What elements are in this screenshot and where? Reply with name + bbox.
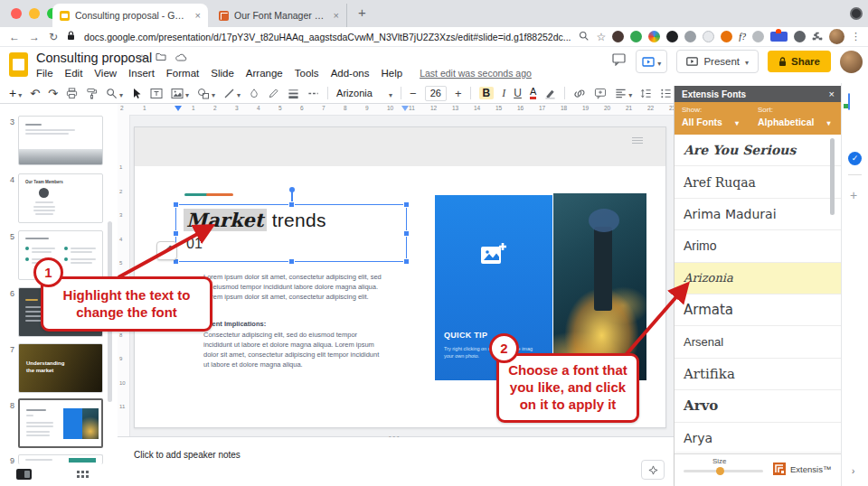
insert-comment-icon[interactable] [594,88,607,99]
insert-image-icon[interactable] [171,85,189,101]
camera-extension-icon[interactable] [752,31,764,42]
last-edit-status[interactable]: Last edit was seconds ago [420,68,532,79]
speaker-notes-area[interactable]: Click to add speaker notes [118,437,674,486]
font-list-item[interactable]: Aref Ruqaa [675,166,842,198]
show-dropdown[interactable]: All Fonts [682,117,739,127]
decrease-font-size-button[interactable]: − [410,87,417,100]
extension-icon[interactable] [684,31,696,42]
font-list-item[interactable]: Arya [675,423,842,454]
undo-icon[interactable]: ↶ [30,87,40,100]
underline-button[interactable]: U [514,87,522,99]
body-paragraph-2[interactable]: Consectetur adipiscing elit, sed do eius… [203,330,382,369]
tab-font-manager[interactable]: Our Font Manager Software | E × [212,4,347,27]
add-addon-icon[interactable] [850,188,857,202]
font-list-item[interactable]: Artifika [675,359,842,390]
document-title[interactable]: Consulting proposal [36,51,152,65]
insert-shape-icon[interactable] [197,85,215,101]
resize-handle[interactable] [403,201,410,208]
slide-thumbnail-3[interactable] [18,116,103,165]
tasks-icon[interactable] [848,152,862,165]
calendar-icon[interactable] [848,93,850,110]
resize-handle[interactable] [288,258,295,265]
title-text-box-selected[interactable]: Market trends 01 [175,204,407,262]
comment-history-icon[interactable] [612,53,627,70]
bold-button[interactable]: B [479,87,495,99]
extension-icon[interactable] [612,31,624,42]
indent-marker[interactable] [175,106,182,111]
client-implications-heading[interactable]: Client Implications: [203,319,382,329]
slide-title-number[interactable]: 01 [186,236,203,252]
print-icon[interactable] [66,88,78,99]
close-tab-icon[interactable]: × [195,10,201,21]
collapse-side-panel-icon[interactable] [852,466,854,476]
new-slide-button[interactable]: + [9,85,22,101]
fill-color-icon[interactable] [249,88,259,99]
chevron-down-icon[interactable] [212,85,215,101]
insert-line-icon[interactable] [223,85,241,101]
close-panel-icon[interactable] [829,89,835,99]
new-tab-button[interactable] [358,5,366,20]
filmstrip-view-icon[interactable] [16,469,32,480]
close-window-button[interactable] [11,8,22,19]
text-color-button[interactable]: A [530,87,536,99]
menu-slide[interactable]: Slide [211,68,234,79]
close-tab-icon[interactable]: × [334,10,339,21]
extension-icon[interactable] [666,31,678,42]
border-dash-icon[interactable] [307,88,319,99]
font-list-item[interactable]: Arsenal [675,326,842,358]
font-size-slider[interactable] [684,470,763,472]
resize-handle[interactable] [173,230,179,237]
slides-app-icon[interactable] [9,52,28,77]
extension-icon[interactable] [721,31,732,42]
highlight-color-icon[interactable] [544,88,556,99]
font-list-item[interactable]: Armata [675,294,842,326]
slide-thumbnail-8-selected[interactable] [18,398,103,448]
extension-icon[interactable] [648,31,660,42]
extension-icon[interactable] [630,31,642,42]
reddit-extension-icon[interactable] [770,32,788,42]
account-avatar[interactable] [840,51,863,73]
align-icon[interactable] [615,85,632,101]
reload-icon[interactable]: ↻ [49,31,58,43]
slide-thumbnail-9[interactable] [18,454,103,464]
extensions-puzzle-icon[interactable] [812,29,823,45]
cloud-status-icon[interactable] [175,52,187,64]
font-size-value[interactable]: 26 [425,86,447,101]
highlighted-script-text[interactable]: Market [184,209,267,231]
increase-font-size-button[interactable]: + [455,87,462,100]
chevron-down-icon[interactable] [119,85,123,101]
italic-button[interactable]: I [502,87,505,100]
explore-button[interactable] [641,460,665,480]
chevron-down-icon[interactable] [185,85,189,101]
industrial-photo[interactable] [553,193,646,380]
paint-format-icon[interactable] [86,88,98,99]
text-box-icon[interactable] [150,88,163,99]
window-controls[interactable] [11,8,58,19]
speaker-notes-placeholder[interactable]: Click to add speaker notes [134,450,241,460]
grid-view-icon[interactable] [76,470,89,479]
menu-view[interactable]: View [94,68,117,79]
border-color-icon[interactable] [268,88,279,99]
slide-thumbnail-4[interactable]: Our Team Members [18,173,103,223]
menu-arrange[interactable]: Arrange [246,68,283,79]
menu-insert[interactable]: Insert [128,68,155,79]
back-icon[interactable]: ← [9,31,20,43]
forward-icon[interactable]: → [29,31,40,43]
minimize-window-button[interactable] [29,8,40,19]
slide-thumbnail-7[interactable]: Understanding the market [18,343,103,393]
chevron-down-icon[interactable] [389,85,392,101]
slide-title[interactable]: Market trends [184,209,326,231]
menu-addons[interactable]: Add-ons [331,68,370,79]
present-button[interactable]: Present [676,50,759,73]
extension-icon[interactable] [794,31,806,42]
menu-file[interactable]: File [36,68,53,79]
line-spacing-icon[interactable] [640,88,652,99]
resize-handle[interactable] [288,201,295,208]
zoom-page-icon[interactable] [579,29,590,45]
star-document-icon[interactable]: ☆ [137,52,146,64]
menu-format[interactable]: Format [166,68,199,79]
font-extension-icon[interactable]: f? [739,32,746,42]
zoom-tool-icon[interactable] [106,85,123,101]
body-paragraph-1[interactable]: Lorem ipsum dolor sit amet, consectetur … [203,272,382,302]
select-cursor-icon[interactable] [131,88,142,99]
